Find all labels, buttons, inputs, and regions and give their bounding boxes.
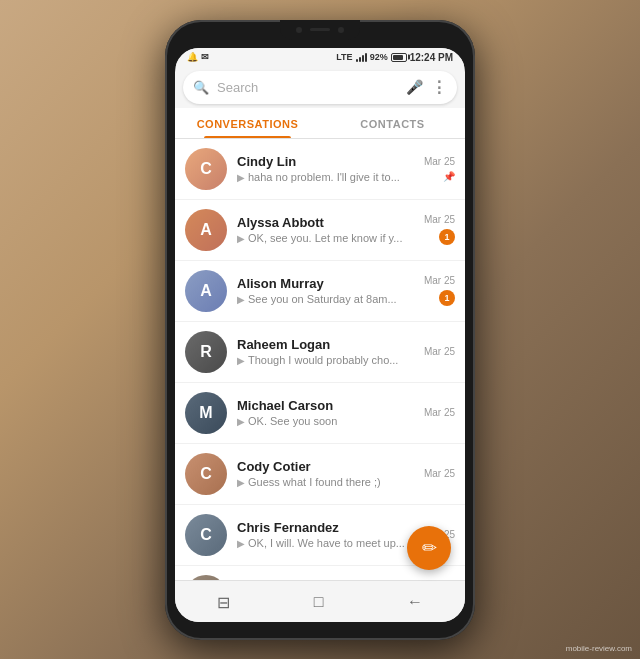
conv-meta: Mar 251 [424,275,455,306]
conv-meta: Mar 251 [424,214,455,245]
list-item[interactable]: A Alyssa Abbott ▶ OK, see you. Let me kn… [175,200,465,261]
message-icon: ▶ [237,416,245,427]
compose-fab[interactable]: ✏ [407,526,451,570]
more-options-icon[interactable]: ⋮ [431,78,447,97]
conv-date: Mar 25 [424,468,455,479]
list-item[interactable]: M Michael Carson ▶ OK. See you soon Mar … [175,383,465,444]
conv-date: Mar 25 [424,275,455,286]
lte-indicator: LTE [336,52,352,62]
list-item[interactable]: A Alison Murray ▶ See you on Saturday at… [175,261,465,322]
conv-date: Mar 25 [424,156,455,167]
avatar-initial: C [200,526,212,544]
message-icon: ▶ [237,538,245,549]
signal-strength [356,53,367,62]
battery-fill [393,55,403,60]
conv-preview: ▶ haha no problem. I'll give it to... [237,171,414,183]
avatar: R [185,331,227,373]
conv-name: Raheem Logan [237,337,414,352]
preview-text: Though I would probably cho... [248,354,398,366]
bottom-navigation: ⊟ □ ← [175,580,465,622]
search-icon: 🔍 [193,80,209,95]
status-right: LTE 92% 12:24 PM [336,52,453,63]
avatar: A [185,270,227,312]
avatar: C [185,453,227,495]
time-display: 12:24 PM [410,52,453,63]
conv-name: Chris Fernandez [237,520,414,535]
message-icon: ▶ [237,355,245,366]
list-item[interactable]: R Raheem Logan ▶ Though I would probably… [175,322,465,383]
back-button[interactable]: ← [395,589,435,615]
conv-content: Alison Murray ▶ See you on Saturday at 8… [237,276,414,305]
pin-icon: 📌 [443,171,455,182]
preview-text: haha no problem. I'll give it to... [248,171,400,183]
message-icon: ▶ [237,294,245,305]
conv-preview: ▶ Though I would probably cho... [237,354,414,366]
avatar: C [185,148,227,190]
conv-preview: ▶ OK, I will. We have to meet up... [237,537,414,549]
preview-text: See you on Saturday at 8am... [248,293,397,305]
search-bar[interactable]: 🔍 Search 🎤 ⋮ [183,71,457,104]
conv-preview: ▶ OK. See you soon [237,415,414,427]
camera-dot [296,27,302,33]
avatar: M [185,392,227,434]
phone-frame: 🔔 ✉ LTE 92% 12:24 PM 🔍 Search [165,20,475,640]
conv-date: Mar 25 [424,346,455,357]
unread-badge: 1 [439,290,455,306]
home-button[interactable]: □ [302,589,336,615]
conv-name: Michael Carson [237,398,414,413]
battery-icon [391,53,407,62]
signal-bar-2 [359,57,361,62]
preview-text: OK, see you. Let me know if y... [248,232,402,244]
list-item[interactable]: C Cindy Lin ▶ haha no problem. I'll give… [175,139,465,200]
conv-name: Cindy Lin [237,154,414,169]
conv-content: Raheem Logan ▶ Though I would probably c… [237,337,414,366]
conv-content: Cody Cotier ▶ Guess what I found there ;… [237,459,414,488]
preview-text: OK, I will. We have to meet up... [248,537,405,549]
watermark: mobile-review.com [566,644,632,653]
message-icon: ▶ [237,477,245,488]
preview-text: OK. See you soon [248,415,337,427]
conv-meta: Mar 25 [424,407,455,418]
signal-bar-4 [365,53,367,62]
status-bar: 🔔 ✉ LTE 92% 12:24 PM [175,48,465,65]
conv-content: Cindy Lin ▶ haha no problem. I'll give i… [237,154,414,183]
list-item[interactable]: C Cody Cotier ▶ Guess what I found there… [175,444,465,505]
camera-dot-2 [338,27,344,33]
avatar-initial: M [199,404,212,422]
status-left: 🔔 ✉ [187,52,209,62]
avatar-initial: C [200,160,212,178]
avatar: A [185,209,227,251]
battery-percent: 92% [370,52,388,62]
microphone-icon[interactable]: 🎤 [406,79,423,95]
conv-name: Alyssa Abbott [237,215,414,230]
conv-preview: ▶ OK, see you. Let me know if y... [237,232,414,244]
conv-preview: ▶ See you on Saturday at 8am... [237,293,414,305]
conv-meta: Mar 25📌 [424,156,455,182]
avatar-initial: A [200,221,212,239]
avatar: C [185,514,227,556]
avatar-initial: C [200,465,212,483]
conv-meta: Mar 25 [424,346,455,357]
message-icon: ▶ [237,172,245,183]
message-icon: ▶ [237,233,245,244]
conv-name: Alison Murray [237,276,414,291]
preview-text: Guess what I found there ;) [248,476,381,488]
search-placeholder[interactable]: Search [217,80,398,95]
recent-apps-button[interactable]: ⊟ [205,589,242,616]
tab-conversations[interactable]: CONVERSATIONS [175,108,320,138]
conv-content: Alyssa Abbott ▶ OK, see you. Let me know… [237,215,414,244]
conversations-list: C Cindy Lin ▶ haha no problem. I'll give… [175,139,465,580]
tab-contacts[interactable]: CONTACTS [320,108,465,138]
conv-content: Chris Fernandez ▶ OK, I will. We have to… [237,520,414,549]
notification-icons: 🔔 ✉ [187,52,209,62]
unread-badge: 1 [439,229,455,245]
phone-screen: 🔔 ✉ LTE 92% 12:24 PM 🔍 Search [175,48,465,622]
signal-bar-3 [362,55,364,62]
conv-meta: Mar 25 [424,468,455,479]
tab-bar: CONVERSATIONS CONTACTS [175,108,465,139]
conv-content: Michael Carson ▶ OK. See you soon [237,398,414,427]
phone-notch [280,20,360,40]
conv-preview: ▶ Guess what I found there ;) [237,476,414,488]
speaker [310,28,330,31]
avatar-initial: R [200,343,212,361]
